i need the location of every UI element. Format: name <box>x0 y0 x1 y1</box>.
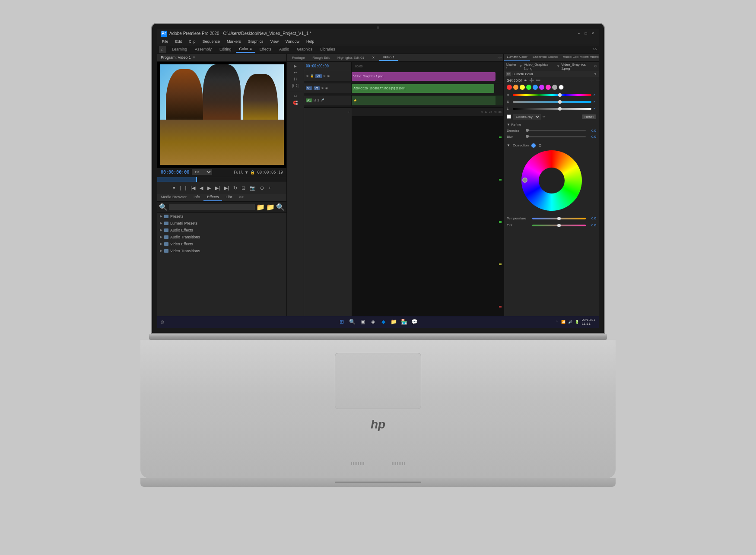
a1-solo-icon[interactable]: S <box>317 99 319 102</box>
effects-category-audio-transitions[interactable]: ▶ Audio Transitions <box>157 234 286 241</box>
timeline-tab-footage[interactable]: Footage <box>289 55 308 60</box>
v2-sync-icon[interactable]: ⊕ <box>323 74 326 78</box>
a1-mic-icon[interactable]: 🎤 <box>321 98 324 102</box>
taskbar-volume-icon[interactable]: 🔊 <box>568 320 572 324</box>
taskbar-edge-icon[interactable]: ◆ <box>379 317 388 326</box>
nav-more[interactable]: >> <box>592 47 597 51</box>
menu-graphics[interactable]: Graphics <box>247 39 265 44</box>
play-ctrl-button[interactable]: ▶ <box>293 63 297 69</box>
sat-thumb[interactable] <box>558 100 562 104</box>
snap-ctrl-button[interactable]: 🧲 <box>292 100 298 105</box>
color-wheel-handle[interactable] <box>522 178 527 183</box>
close-button[interactable]: ✕ <box>590 31 595 36</box>
taskbar-search-icon[interactable]: 🔍 <box>348 317 356 326</box>
source-file-label[interactable]: Video_Graphics 1.png <box>524 63 555 70</box>
safe-margin-button[interactable]: ⊡ <box>240 184 247 192</box>
loop-button[interactable]: ↻ <box>232 184 238 192</box>
panel-menu-icon[interactable]: ≡ <box>193 55 195 60</box>
taskbar-widgets-icon[interactable]: ◈ <box>368 317 377 326</box>
swatch-yellow[interactable] <box>520 85 525 90</box>
swatch-red[interactable] <box>507 85 512 90</box>
plus-eyedropper-icon[interactable]: ➕ <box>529 78 534 82</box>
step-back-button[interactable]: ◀ <box>198 184 204 192</box>
tab-effects[interactable]: Effects <box>203 194 222 201</box>
minus-eyedropper-icon[interactable]: ➖ <box>536 78 540 82</box>
go-to-in-button[interactable]: |◀ <box>189 184 197 192</box>
tab-assembly[interactable]: Assembly <box>191 46 215 52</box>
a1-label[interactable]: A1 <box>306 98 312 102</box>
tab-color[interactable]: Color ≡ <box>236 46 255 53</box>
eyedropper-icon[interactable]: ✒ <box>524 78 527 82</box>
taskbar-windows-icon[interactable]: ⊞ <box>337 317 346 326</box>
blur-slider[interactable] <box>526 136 586 137</box>
menu-markers[interactable]: Markers <box>226 39 242 44</box>
tab-info[interactable]: Info <box>190 194 203 201</box>
clip-video-graphics[interactable]: Video_Graphics 1.png <box>352 72 496 81</box>
hue-thumb[interactable] <box>558 93 562 97</box>
effects-search-input[interactable] <box>169 204 255 210</box>
tint-thumb[interactable] <box>557 224 561 227</box>
essential-sound-tab[interactable]: Essential Sound <box>530 54 560 61</box>
sat-check[interactable]: ✓ <box>593 100 596 104</box>
swatch-green[interactable] <box>526 85 531 90</box>
taskbar-datetime[interactable]: 20/10/2111:11 <box>582 318 595 326</box>
taskbar-arrow-icon[interactable]: ⌃ <box>556 320 559 324</box>
v1-eye-icon[interactable]: 👁 <box>321 87 324 90</box>
maximize-button[interactable]: □ <box>583 31 588 36</box>
taskbar-wifi-icon[interactable]: 📶 <box>561 320 565 324</box>
menu-clip[interactable]: Clip <box>187 39 197 44</box>
effects-category-video-transitions[interactable]: ▶ Video Transitions <box>157 247 286 254</box>
reset-icon[interactable]: ↺ <box>594 64 597 68</box>
timeline-tab-close-x[interactable]: ✕ <box>368 55 378 60</box>
taskbar-explorer-icon[interactable]: 📁 <box>389 317 398 326</box>
temperature-slider[interactable] <box>532 218 586 219</box>
new-custom-bin-icon[interactable]: 📁 <box>266 203 275 211</box>
tab-learning[interactable]: Learning <box>168 46 191 52</box>
temperature-thumb[interactable] <box>557 217 561 220</box>
effects-category-presets[interactable]: ▶ Presets <box>157 213 286 220</box>
taskbar-taskview-icon[interactable]: ▣ <box>358 317 367 326</box>
menu-view[interactable]: View <box>269 39 280 44</box>
timeline-tab-video1[interactable]: Video 1 <box>379 54 398 61</box>
tab-audio[interactable]: Audio <box>276 46 292 52</box>
effects-category-video-fx[interactable]: ▶ Video Effects <box>157 241 286 247</box>
a1-mute-icon[interactable]: M <box>314 99 316 102</box>
tab-effects[interactable]: Effects <box>256 46 275 52</box>
blur-thumb[interactable] <box>526 135 529 138</box>
timeline-tab-rough[interactable]: Rough Edit <box>309 55 333 60</box>
menu-sequence[interactable]: Sequence <box>201 39 222 44</box>
hue-slider[interactable] <box>513 94 591 96</box>
v1-label2[interactable]: V1 <box>314 86 320 90</box>
swatch-blue[interactable] <box>533 85 538 90</box>
add-marker-button[interactable]: + <box>267 184 272 191</box>
swatch-pink[interactable] <box>546 85 551 90</box>
correction-toggle[interactable] <box>531 143 536 148</box>
mark-in-button[interactable]: ▾ <box>172 184 177 192</box>
play-button[interactable]: ▶ <box>206 184 212 192</box>
tint-slider[interactable] <box>532 225 586 226</box>
audio-clip-mixer-tab[interactable]: Audio Clip Mixer: Video 1 <box>560 54 599 61</box>
tools-ctrl-button[interactable]: ✂ <box>293 94 298 99</box>
refine-title[interactable]: ▼ Refine <box>507 121 596 128</box>
taskbar-battery-icon[interactable]: 🔋 <box>575 320 579 324</box>
v2-eye-icon[interactable]: 👁 <box>306 75 309 78</box>
ripple-ctrl-button[interactable]: ⟨⟩ <box>293 76 298 82</box>
timeline-tab-more[interactable]: >> <box>498 56 502 60</box>
v2-label[interactable]: V2 <box>315 74 322 78</box>
tab-graphics[interactable]: Graphics <box>293 46 316 52</box>
minimize-button[interactable]: − <box>576 31 581 36</box>
audio-clip[interactable]: ⚡ <box>352 96 496 105</box>
fit-select[interactable]: Fit 25% 50% 100% <box>192 169 212 175</box>
effects-category-audio-fx[interactable]: ▶ Audio Effects <box>157 227 286 234</box>
taskbar-store-icon[interactable]: 🏪 <box>400 317 408 326</box>
menu-file[interactable]: File <box>161 39 170 44</box>
add-track-icon[interactable]: + <box>348 110 350 114</box>
lum-check[interactable]: ✓ <box>593 107 596 111</box>
effects-category-lumetri[interactable]: ▶ Lumetri Presets <box>157 220 286 227</box>
tab-more[interactable]: >> <box>235 194 247 201</box>
swatch-purple[interactable] <box>539 85 544 90</box>
swatch-orange[interactable] <box>513 85 518 90</box>
master-source-label[interactable]: Master * <box>506 63 518 70</box>
new-bin-icon[interactable]: 📁 <box>256 203 265 211</box>
fx-dropdown[interactable]: ▼ <box>594 72 597 76</box>
